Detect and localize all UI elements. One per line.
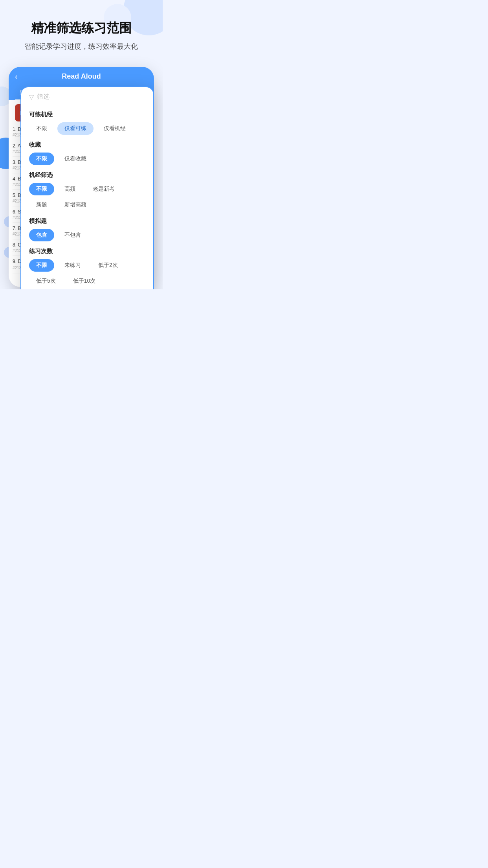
section-shoucang: 收藏 不限 仅看收藏 <box>21 136 153 165</box>
section-lianxi: 练习次数 不限 未练习 低于2次 低于5次 低于10次 <box>21 243 153 287</box>
option-only-kexunjing[interactable]: 仅看可练 <box>57 122 94 135</box>
option-xinti[interactable]: 新题 <box>29 199 54 211</box>
main-title: 精准筛选练习范围 <box>8 20 155 37</box>
option-only-shoucang[interactable]: 仅看收藏 <box>57 153 94 165</box>
option-less-than-2[interactable]: 低于2次 <box>91 259 125 272</box>
option-baokuang[interactable]: 包含 <box>29 229 54 241</box>
filter-header-label: 筛选 <box>37 93 50 101</box>
option-not-practiced[interactable]: 未练习 <box>57 259 88 272</box>
shoucang-options: 不限 仅看收藏 <box>29 153 145 165</box>
section-lianxi-title: 练习次数 <box>29 248 145 255</box>
option-less-than-5[interactable]: 低于5次 <box>29 275 63 287</box>
option-unlimited-jijing[interactable]: 不限 <box>29 183 54 195</box>
back-icon[interactable]: ‹ <box>15 72 18 81</box>
filter-dialog: ▽ 筛选 可练机经 不限 仅看可练 仅看机经 收藏 不限 仅看收藏 机经筛选 不… <box>20 86 154 289</box>
sub-title: 智能记录学习进度，练习效率最大化 <box>8 42 155 51</box>
section-jijing-title: 机经筛选 <box>29 171 145 179</box>
section-moni: 模拟题 包含 不包含 <box>21 213 153 241</box>
section-kexunjing-title: 可练机经 <box>29 111 145 118</box>
header-section: 精准筛选练习范围 智能记录学习进度，练习效率最大化 <box>0 0 163 59</box>
lianxi-options: 不限 未练习 低于2次 低于5次 低于10次 <box>29 259 145 287</box>
option-only-jijing[interactable]: 仅看机经 <box>97 122 133 135</box>
phone-area: ‹ Read Aloud 题目 收藏 错题 RA 已选题目 0 1. Book … <box>9 67 154 287</box>
filter-header: ▽ 筛选 <box>21 87 153 106</box>
moni-options: 包含 不包含 <box>29 229 145 241</box>
section-moni-title: 模拟题 <box>29 217 145 225</box>
option-gaopan[interactable]: 高频 <box>57 183 83 195</box>
kexunjing-options: 不限 仅看可练 仅看机经 <box>29 122 145 135</box>
jijing-options: 不限 高频 老题新考 新题 新增高频 <box>29 183 145 211</box>
option-laotixinakao[interactable]: 老题新考 <box>86 183 122 195</box>
option-less-than-10[interactable]: 低于10次 <box>66 275 103 287</box>
option-bubaokuang[interactable]: 不包含 <box>57 229 88 241</box>
option-unlimited-lianxi[interactable]: 不限 <box>29 259 54 272</box>
bg-phone-title: Read Aloud <box>62 72 101 81</box>
option-unlimited-shoucang[interactable]: 不限 <box>29 153 54 165</box>
section-shoucang-title: 收藏 <box>29 141 145 149</box>
option-xinzeng-gaopan[interactable]: 新增高频 <box>57 199 94 211</box>
filter-icon: ▽ <box>29 93 34 101</box>
option-unlimited-kexunjing[interactable]: 不限 <box>29 122 54 135</box>
section-jijing: 机经筛选 不限 高频 老题新考 新题 新增高频 <box>21 167 153 211</box>
section-kexunjing: 可练机经 不限 仅看可练 仅看机经 <box>21 106 153 135</box>
bg-phone-header: ‹ Read Aloud <box>9 67 154 86</box>
